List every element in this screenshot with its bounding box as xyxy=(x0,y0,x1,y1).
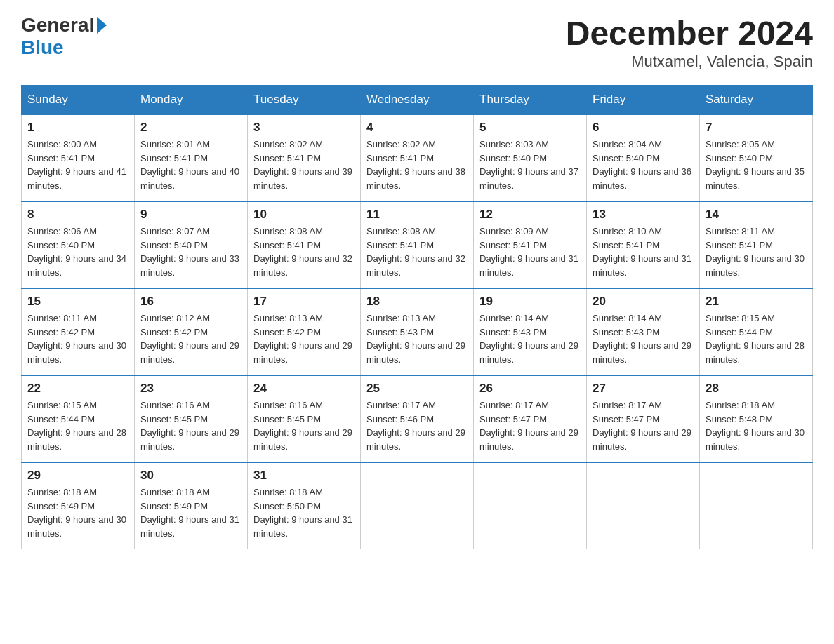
day-info: Sunrise: 8:15 AMSunset: 5:44 PMDaylight:… xyxy=(706,311,807,366)
weekday-header-sunday: Sunday xyxy=(22,86,135,115)
calendar-cell: 14Sunrise: 8:11 AMSunset: 5:41 PMDayligh… xyxy=(700,201,813,288)
calendar-cell: 29Sunrise: 8:18 AMSunset: 5:49 PMDayligh… xyxy=(22,462,135,549)
day-number: 15 xyxy=(27,295,128,309)
calendar-cell xyxy=(474,462,587,549)
day-info: Sunrise: 8:14 AMSunset: 5:43 PMDaylight:… xyxy=(479,311,581,366)
weekday-header-monday: Monday xyxy=(135,86,248,115)
calendar-cell: 27Sunrise: 8:17 AMSunset: 5:47 PMDayligh… xyxy=(587,375,700,462)
day-info: Sunrise: 8:16 AMSunset: 5:45 PMDaylight:… xyxy=(253,398,355,453)
weekday-header-thursday: Thursday xyxy=(474,86,587,115)
calendar-cell: 8Sunrise: 8:06 AMSunset: 5:40 PMDaylight… xyxy=(22,201,135,288)
day-number: 18 xyxy=(366,295,468,309)
day-info: Sunrise: 8:13 AMSunset: 5:42 PMDaylight:… xyxy=(253,311,355,366)
calendar-cell xyxy=(700,462,813,549)
location-subtitle: Mutxamel, Valencia, Spain xyxy=(566,53,813,71)
day-info: Sunrise: 8:10 AMSunset: 5:41 PMDaylight:… xyxy=(593,224,694,279)
calendar-week-row: 22Sunrise: 8:15 AMSunset: 5:44 PMDayligh… xyxy=(22,375,813,462)
logo-general-text: General xyxy=(21,14,94,36)
day-info: Sunrise: 8:18 AMSunset: 5:49 PMDaylight:… xyxy=(140,485,241,540)
calendar-cell: 31Sunrise: 8:18 AMSunset: 5:50 PMDayligh… xyxy=(248,462,361,549)
day-number: 30 xyxy=(140,469,241,483)
day-info: Sunrise: 8:12 AMSunset: 5:42 PMDaylight:… xyxy=(140,311,241,366)
day-info: Sunrise: 8:18 AMSunset: 5:50 PMDaylight:… xyxy=(253,485,355,540)
day-number: 14 xyxy=(706,208,807,222)
day-info: Sunrise: 8:02 AMSunset: 5:41 PMDaylight:… xyxy=(366,137,468,192)
day-number: 29 xyxy=(27,469,128,483)
calendar-cell xyxy=(587,462,700,549)
calendar-cell: 30Sunrise: 8:18 AMSunset: 5:49 PMDayligh… xyxy=(135,462,248,549)
day-info: Sunrise: 8:01 AMSunset: 5:41 PMDaylight:… xyxy=(140,137,241,192)
calendar-cell: 20Sunrise: 8:14 AMSunset: 5:43 PMDayligh… xyxy=(587,288,700,375)
day-number: 2 xyxy=(140,121,241,135)
calendar-cell: 17Sunrise: 8:13 AMSunset: 5:42 PMDayligh… xyxy=(248,288,361,375)
weekday-header-tuesday: Tuesday xyxy=(248,86,361,115)
day-number: 20 xyxy=(593,295,694,309)
day-info: Sunrise: 8:18 AMSunset: 5:49 PMDaylight:… xyxy=(27,485,128,540)
day-info: Sunrise: 8:03 AMSunset: 5:40 PMDaylight:… xyxy=(479,137,581,192)
page-header: General Blue December 2024 Mutxamel, Val… xyxy=(21,14,813,71)
calendar-week-row: 1Sunrise: 8:00 AMSunset: 5:41 PMDaylight… xyxy=(22,114,813,201)
day-number: 19 xyxy=(479,295,581,309)
calendar-cell: 13Sunrise: 8:10 AMSunset: 5:41 PMDayligh… xyxy=(587,201,700,288)
calendar-cell: 16Sunrise: 8:12 AMSunset: 5:42 PMDayligh… xyxy=(135,288,248,375)
day-number: 7 xyxy=(706,121,807,135)
calendar-cell: 15Sunrise: 8:11 AMSunset: 5:42 PMDayligh… xyxy=(22,288,135,375)
day-info: Sunrise: 8:11 AMSunset: 5:41 PMDaylight:… xyxy=(706,224,807,279)
calendar-week-row: 8Sunrise: 8:06 AMSunset: 5:40 PMDaylight… xyxy=(22,201,813,288)
calendar-cell: 11Sunrise: 8:08 AMSunset: 5:41 PMDayligh… xyxy=(361,201,474,288)
day-number: 16 xyxy=(140,295,241,309)
day-number: 1 xyxy=(27,121,128,135)
day-info: Sunrise: 8:18 AMSunset: 5:48 PMDaylight:… xyxy=(706,398,807,453)
day-number: 26 xyxy=(479,382,581,396)
day-info: Sunrise: 8:06 AMSunset: 5:40 PMDaylight:… xyxy=(27,224,128,279)
day-info: Sunrise: 8:07 AMSunset: 5:40 PMDaylight:… xyxy=(140,224,241,279)
day-info: Sunrise: 8:00 AMSunset: 5:41 PMDaylight:… xyxy=(27,137,128,192)
calendar-cell: 19Sunrise: 8:14 AMSunset: 5:43 PMDayligh… xyxy=(474,288,587,375)
calendar-week-row: 15Sunrise: 8:11 AMSunset: 5:42 PMDayligh… xyxy=(22,288,813,375)
calendar-cell: 10Sunrise: 8:08 AMSunset: 5:41 PMDayligh… xyxy=(248,201,361,288)
logo-arrow-icon xyxy=(97,17,107,34)
calendar-cell: 25Sunrise: 8:17 AMSunset: 5:46 PMDayligh… xyxy=(361,375,474,462)
calendar-cell: 26Sunrise: 8:17 AMSunset: 5:47 PMDayligh… xyxy=(474,375,587,462)
day-number: 11 xyxy=(366,208,468,222)
day-number: 12 xyxy=(479,208,581,222)
day-number: 8 xyxy=(27,208,128,222)
calendar-cell xyxy=(361,462,474,549)
day-info: Sunrise: 8:15 AMSunset: 5:44 PMDaylight:… xyxy=(27,398,128,453)
day-number: 5 xyxy=(479,121,581,135)
day-number: 25 xyxy=(366,382,468,396)
calendar-cell: 22Sunrise: 8:15 AMSunset: 5:44 PMDayligh… xyxy=(22,375,135,462)
calendar-cell: 3Sunrise: 8:02 AMSunset: 5:41 PMDaylight… xyxy=(248,114,361,201)
calendar-cell: 24Sunrise: 8:16 AMSunset: 5:45 PMDayligh… xyxy=(248,375,361,462)
day-info: Sunrise: 8:13 AMSunset: 5:43 PMDaylight:… xyxy=(366,311,468,366)
day-number: 24 xyxy=(253,382,355,396)
day-number: 28 xyxy=(706,382,807,396)
calendar-cell: 2Sunrise: 8:01 AMSunset: 5:41 PMDaylight… xyxy=(135,114,248,201)
day-number: 31 xyxy=(253,469,355,483)
calendar-cell: 4Sunrise: 8:02 AMSunset: 5:41 PMDaylight… xyxy=(361,114,474,201)
logo-blue-text: Blue xyxy=(21,36,64,59)
day-number: 21 xyxy=(706,295,807,309)
weekday-header-friday: Friday xyxy=(587,86,700,115)
calendar-body: 1Sunrise: 8:00 AMSunset: 5:41 PMDaylight… xyxy=(22,114,813,549)
calendar-cell: 21Sunrise: 8:15 AMSunset: 5:44 PMDayligh… xyxy=(700,288,813,375)
day-info: Sunrise: 8:17 AMSunset: 5:47 PMDaylight:… xyxy=(479,398,581,453)
day-info: Sunrise: 8:17 AMSunset: 5:47 PMDaylight:… xyxy=(593,398,694,453)
day-number: 10 xyxy=(253,208,355,222)
day-number: 17 xyxy=(253,295,355,309)
day-info: Sunrise: 8:14 AMSunset: 5:43 PMDaylight:… xyxy=(593,311,694,366)
day-number: 22 xyxy=(27,382,128,396)
calendar-cell: 5Sunrise: 8:03 AMSunset: 5:40 PMDaylight… xyxy=(474,114,587,201)
weekday-header-row: SundayMondayTuesdayWednesdayThursdayFrid… xyxy=(22,86,813,115)
day-info: Sunrise: 8:17 AMSunset: 5:46 PMDaylight:… xyxy=(366,398,468,453)
title-section: December 2024 Mutxamel, Valencia, Spain xyxy=(566,14,813,71)
day-info: Sunrise: 8:09 AMSunset: 5:41 PMDaylight:… xyxy=(479,224,581,279)
day-info: Sunrise: 8:02 AMSunset: 5:41 PMDaylight:… xyxy=(253,137,355,192)
calendar-cell: 12Sunrise: 8:09 AMSunset: 5:41 PMDayligh… xyxy=(474,201,587,288)
calendar-cell: 6Sunrise: 8:04 AMSunset: 5:40 PMDaylight… xyxy=(587,114,700,201)
day-number: 4 xyxy=(366,121,468,135)
day-number: 9 xyxy=(140,208,241,222)
weekday-header-wednesday: Wednesday xyxy=(361,86,474,115)
day-number: 27 xyxy=(593,382,694,396)
day-info: Sunrise: 8:08 AMSunset: 5:41 PMDaylight:… xyxy=(253,224,355,279)
